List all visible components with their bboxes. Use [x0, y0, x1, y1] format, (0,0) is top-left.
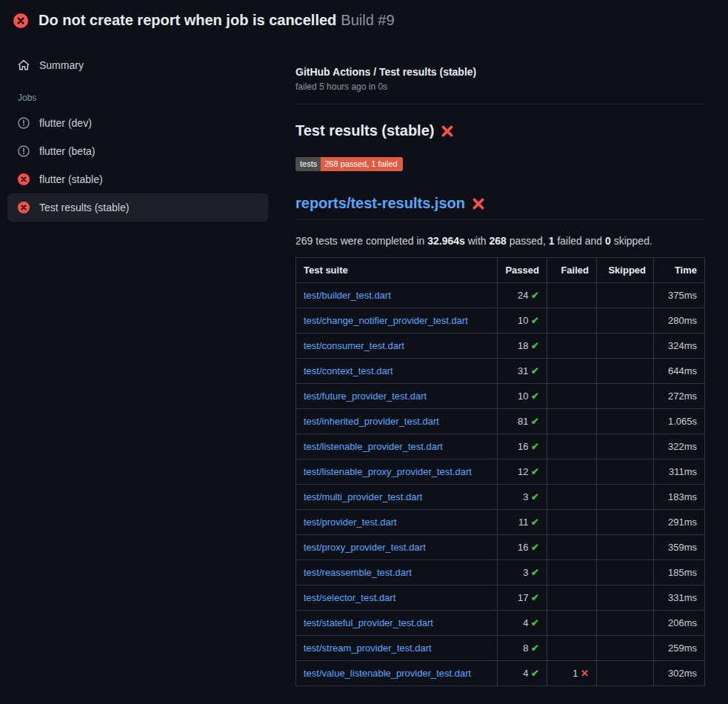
passed-cell: 16 ✔: [498, 434, 547, 459]
passed-cell: 10 ✔: [498, 384, 547, 409]
summary-failed-count: 1: [549, 235, 555, 247]
time-cell: 644ms: [654, 359, 705, 384]
suite-link[interactable]: test/listenable_proxy_provider_test.dart: [304, 466, 472, 477]
sidebar-item-summary[interactable]: Summary: [7, 51, 268, 79]
suite-link[interactable]: test/context_test.dart: [304, 365, 393, 376]
sidebar-summary-label: Summary: [39, 59, 84, 71]
failed-status-icon: [18, 173, 30, 185]
skipped-cell: [597, 459, 654, 485]
fail-x-icon: [472, 197, 485, 210]
suite-cell: test/listenable_proxy_provider_test.dart: [296, 459, 498, 485]
skipped-cell: [597, 585, 654, 611]
time-cell: 1.065s: [654, 409, 705, 434]
suite-cell: test/inherited_provider_test.dart: [296, 409, 498, 434]
time-cell: 272ms: [654, 384, 705, 409]
time-cell: 359ms: [654, 535, 705, 560]
failed-cell: [547, 434, 597, 459]
failed-cell: [547, 485, 597, 510]
time-cell: 183ms: [654, 485, 705, 510]
skipped-cell: [597, 661, 654, 686]
passed-cell: 3 ✔: [498, 485, 547, 510]
passed-cell: 10 ✔: [498, 308, 547, 333]
report-title-link[interactable]: reports/test-results.json: [295, 195, 704, 220]
suite-cell: test/provider_test.dart: [296, 510, 498, 535]
suite-link[interactable]: test/selector_test.dart: [304, 592, 395, 603]
failed-cell: [547, 510, 597, 535]
passed-cell: 11 ✔: [498, 510, 547, 535]
suite-link[interactable]: test/change_notifier_provider_test.dart: [304, 315, 468, 326]
suite-link[interactable]: test/inherited_provider_test.dart: [304, 416, 439, 427]
suite-link[interactable]: test/stateful_provider_test.dart: [304, 617, 433, 628]
summary-skipped-count: 0: [605, 235, 611, 247]
table-row: test/inherited_provider_test.dart81 ✔1.0…: [296, 409, 705, 434]
tests-badge-label: tests: [295, 157, 321, 171]
sidebar-item-job-flutter-beta[interactable]: flutter (beta): [7, 137, 268, 165]
suite-cell: test/value_listenable_provider_test.dart: [296, 661, 498, 686]
passed-cell: 12 ✔: [498, 459, 547, 485]
suite-cell: test/multi_provider_test.dart: [296, 485, 498, 510]
summary-passed-count: 268: [490, 235, 507, 247]
skipped-cell: [597, 636, 654, 661]
failed-cell: 1 ✕: [547, 661, 597, 686]
check-icon: ✔: [531, 466, 539, 477]
sidebar-job-label: flutter (dev): [39, 117, 92, 129]
check-icon: ✔: [531, 441, 539, 452]
skipped-cell: [597, 384, 654, 409]
passed-cell: 18 ✔: [498, 333, 547, 359]
sidebar: Summary Jobs flutter (dev) flutter (beta…: [0, 39, 268, 222]
suite-link[interactable]: test/proxy_provider_test.dart: [304, 542, 426, 553]
suite-cell: test/listenable_provider_test.dart: [296, 434, 498, 459]
suite-cell: test/future_provider_test.dart: [296, 384, 498, 409]
check-icon: ✔: [531, 365, 539, 376]
section-title-text: Test results (stable): [295, 122, 434, 139]
suite-link[interactable]: test/value_listenable_provider_test.dart: [304, 668, 471, 679]
col-time: Time: [654, 258, 705, 283]
sidebar-job-label: Test results (stable): [39, 202, 129, 213]
sidebar-job-label: flutter (beta): [39, 145, 95, 157]
run-title-text: Do not create report when job is cancell…: [39, 12, 336, 28]
sidebar-item-job-flutter-dev[interactable]: flutter (dev): [7, 109, 268, 137]
table-row: test/stateful_provider_test.dart4 ✔206ms: [296, 611, 705, 636]
check-icon: ✔: [531, 340, 539, 351]
sidebar-item-job-flutter-stable[interactable]: flutter (stable): [7, 165, 268, 193]
suite-link[interactable]: test/provider_test.dart: [304, 517, 397, 528]
failed-cell: [547, 283, 597, 308]
skipped-cell: [597, 308, 654, 333]
skipped-cell: [597, 434, 654, 459]
check-icon: ✔: [531, 491, 539, 502]
failed-cell: [547, 611, 597, 636]
summary-part: skipped.: [611, 235, 652, 247]
suite-link[interactable]: test/multi_provider_test.dart: [304, 491, 422, 502]
suite-cell: test/builder_test.dart: [296, 283, 498, 308]
suite-link[interactable]: test/stream_provider_test.dart: [304, 642, 432, 654]
suite-link[interactable]: test/reassemble_test.dart: [304, 567, 412, 578]
skipped-cell: [597, 485, 654, 510]
time-cell: 375ms: [654, 283, 705, 308]
time-cell: 302ms: [654, 661, 705, 686]
suite-link[interactable]: test/listenable_provider_test.dart: [304, 441, 443, 452]
suite-link[interactable]: test/future_provider_test.dart: [304, 391, 427, 402]
suite-link[interactable]: test/consumer_test.dart: [304, 340, 404, 351]
section-title: Test results (stable): [295, 122, 704, 139]
tests-badge: tests 268 passed, 1 failed: [295, 157, 403, 171]
col-test-suite: Test suite: [296, 258, 498, 283]
failed-cell: [547, 560, 597, 585]
summary-duration: 32.964s: [427, 235, 465, 247]
suite-cell: test/change_notifier_provider_test.dart: [296, 308, 498, 333]
suite-cell: test/selector_test.dart: [296, 585, 498, 611]
table-row: test/change_notifier_provider_test.dart1…: [296, 308, 705, 333]
run-header: Do not create report when job is cancell…: [0, 0, 728, 39]
table-row: test/selector_test.dart17 ✔331ms: [296, 585, 705, 611]
jobs-section-label: Jobs: [7, 79, 268, 109]
check-icon: ✔: [531, 567, 539, 578]
suite-link[interactable]: test/builder_test.dart: [304, 290, 391, 301]
results-table: Test suite Passed Failed Skipped Time te…: [295, 257, 705, 686]
check-icon: ✔: [531, 542, 539, 553]
report-title-text: reports/test-results.json: [295, 195, 465, 212]
summary-part: passed,: [507, 235, 549, 247]
failed-status-icon: [18, 202, 30, 213]
table-row: test/builder_test.dart24 ✔375ms: [296, 283, 705, 308]
skipped-cell: [597, 409, 654, 434]
sidebar-item-job-test-results-stable[interactable]: Test results (stable): [7, 193, 268, 222]
build-number: Build #9: [341, 12, 394, 28]
